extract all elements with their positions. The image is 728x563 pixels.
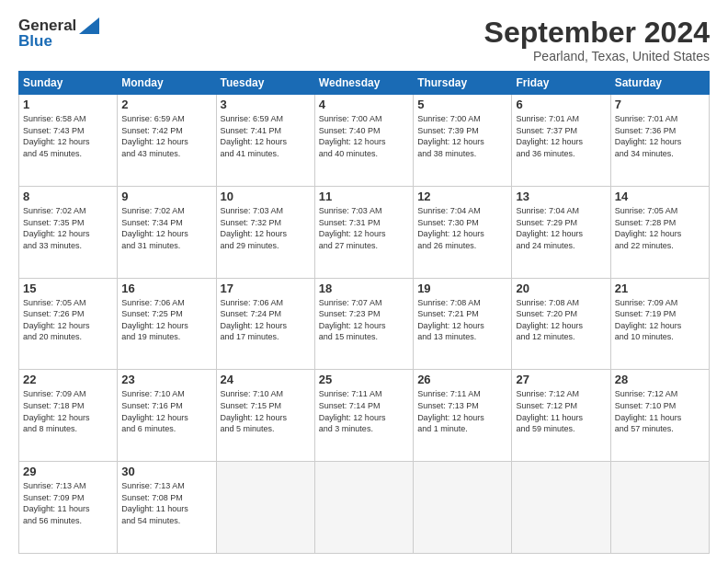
page: General Blue September 2024 Pearland, Te… bbox=[0, 0, 728, 563]
day-cell-empty bbox=[216, 462, 314, 554]
logo-blue-text: Blue bbox=[18, 32, 52, 51]
calendar-header-row: Sunday Monday Tuesday Wednesday Thursday… bbox=[19, 72, 710, 95]
table-row: 22 Sunrise: 7:09 AMSunset: 7:18 PMDaylig… bbox=[19, 370, 710, 462]
day-cell: 5 Sunrise: 7:00 AMSunset: 7:39 PMDayligh… bbox=[414, 95, 512, 187]
table-row: 15 Sunrise: 7:05 AMSunset: 7:26 PMDaylig… bbox=[19, 278, 710, 370]
col-monday: Monday bbox=[118, 72, 216, 95]
day-cell-empty bbox=[414, 462, 512, 554]
location: Pearland, Texas, United States bbox=[484, 49, 710, 63]
header: General Blue September 2024 Pearland, Te… bbox=[18, 17, 710, 63]
day-cell-empty bbox=[610, 462, 709, 554]
day-cell-empty bbox=[314, 462, 413, 554]
table-row: 1 Sunrise: 6:58 AMSunset: 7:43 PMDayligh… bbox=[19, 95, 710, 187]
col-tuesday: Tuesday bbox=[216, 72, 314, 95]
day-cell: 19 Sunrise: 7:08 AMSunset: 7:21 PMDaylig… bbox=[414, 278, 512, 370]
day-cell: 22 Sunrise: 7:09 AMSunset: 7:18 PMDaylig… bbox=[19, 370, 118, 462]
day-cell: 21 Sunrise: 7:09 AMSunset: 7:19 PMDaylig… bbox=[610, 278, 709, 370]
day-cell: 12 Sunrise: 7:04 AMSunset: 7:30 PMDaylig… bbox=[414, 186, 512, 278]
day-cell-empty bbox=[512, 462, 610, 554]
day-cell: 11 Sunrise: 7:03 AMSunset: 7:31 PMDaylig… bbox=[314, 186, 413, 278]
svg-marker-0 bbox=[79, 17, 99, 34]
col-thursday: Thursday bbox=[414, 72, 512, 95]
day-cell: 2 Sunrise: 6:59 AMSunset: 7:42 PMDayligh… bbox=[118, 95, 216, 187]
day-cell: 27 Sunrise: 7:12 AMSunset: 7:12 PMDaylig… bbox=[512, 370, 610, 462]
day-cell: 18 Sunrise: 7:07 AMSunset: 7:23 PMDaylig… bbox=[314, 278, 413, 370]
day-cell: 28 Sunrise: 7:12 AMSunset: 7:10 PMDaylig… bbox=[610, 370, 709, 462]
month-title: September 2024 bbox=[484, 17, 710, 49]
logo: General Blue bbox=[18, 17, 100, 51]
col-friday: Friday bbox=[512, 72, 610, 95]
day-cell: 8 Sunrise: 7:02 AMSunset: 7:35 PMDayligh… bbox=[19, 186, 118, 278]
day-cell: 3 Sunrise: 6:59 AMSunset: 7:41 PMDayligh… bbox=[216, 95, 314, 187]
day-cell: 9 Sunrise: 7:02 AMSunset: 7:34 PMDayligh… bbox=[118, 186, 216, 278]
day-cell: 1 Sunrise: 6:58 AMSunset: 7:43 PMDayligh… bbox=[19, 95, 118, 187]
day-cell: 14 Sunrise: 7:05 AMSunset: 7:28 PMDaylig… bbox=[610, 186, 709, 278]
col-wednesday: Wednesday bbox=[314, 72, 413, 95]
day-cell: 13 Sunrise: 7:04 AMSunset: 7:29 PMDaylig… bbox=[512, 186, 610, 278]
day-cell: 23 Sunrise: 7:10 AMSunset: 7:16 PMDaylig… bbox=[118, 370, 216, 462]
day-cell: 10 Sunrise: 7:03 AMSunset: 7:32 PMDaylig… bbox=[216, 186, 314, 278]
col-saturday: Saturday bbox=[610, 72, 709, 95]
day-cell: 16 Sunrise: 7:06 AMSunset: 7:25 PMDaylig… bbox=[118, 278, 216, 370]
calendar-table: Sunday Monday Tuesday Wednesday Thursday… bbox=[18, 71, 710, 554]
table-row: 8 Sunrise: 7:02 AMSunset: 7:35 PMDayligh… bbox=[19, 186, 710, 278]
day-cell: 20 Sunrise: 7:08 AMSunset: 7:20 PMDaylig… bbox=[512, 278, 610, 370]
title-block: September 2024 Pearland, Texas, United S… bbox=[484, 17, 710, 63]
day-cell: 4 Sunrise: 7:00 AMSunset: 7:40 PMDayligh… bbox=[314, 95, 413, 187]
logo-icon bbox=[79, 17, 99, 34]
day-cell: 29 Sunrise: 7:13 AMSunset: 7:09 PMDaylig… bbox=[19, 462, 118, 554]
day-cell: 24 Sunrise: 7:10 AMSunset: 7:15 PMDaylig… bbox=[216, 370, 314, 462]
day-cell: 25 Sunrise: 7:11 AMSunset: 7:14 PMDaylig… bbox=[314, 370, 413, 462]
table-row: 29 Sunrise: 7:13 AMSunset: 7:09 PMDaylig… bbox=[19, 462, 710, 554]
day-cell: 30 Sunrise: 7:13 AMSunset: 7:08 PMDaylig… bbox=[118, 462, 216, 554]
day-cell: 15 Sunrise: 7:05 AMSunset: 7:26 PMDaylig… bbox=[19, 278, 118, 370]
day-cell: 17 Sunrise: 7:06 AMSunset: 7:24 PMDaylig… bbox=[216, 278, 314, 370]
day-cell: 6 Sunrise: 7:01 AMSunset: 7:37 PMDayligh… bbox=[512, 95, 610, 187]
day-cell: 7 Sunrise: 7:01 AMSunset: 7:36 PMDayligh… bbox=[610, 95, 709, 187]
col-sunday: Sunday bbox=[19, 72, 118, 95]
day-cell: 26 Sunrise: 7:11 AMSunset: 7:13 PMDaylig… bbox=[414, 370, 512, 462]
